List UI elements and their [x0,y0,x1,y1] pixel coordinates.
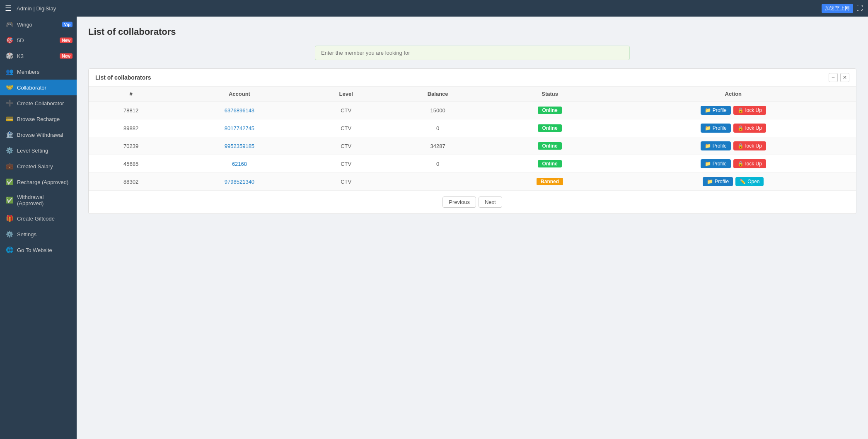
cell-action: 📁 Profile 🔒 lock Up [611,102,856,119]
status-badge: Online [538,124,561,132]
cell-action: 📁 Profile 🔒 lock Up [611,119,856,137]
table-card-title: List of collaborators [95,74,151,81]
sidebar-label-5d: 5D [17,37,24,44]
col-header-action: Action [611,87,856,102]
cell-id: 45685 [89,155,173,173]
sidebar-label-settings: Settings [17,231,36,238]
table-row: 70239 9952359185 CTV 34287 Online 📁 Prof… [89,137,856,155]
table-row: 78812 6376896143 CTV 15000 Online 📁 Prof… [89,102,856,119]
lock-icon: 🔒 [737,161,744,167]
previous-button[interactable]: Previous [442,196,476,208]
cell-id: 89882 [89,119,173,137]
profile-button[interactable]: 📁 Profile [701,159,731,168]
sidebar-item-created-salary[interactable]: 💼 Created Salary [0,158,77,174]
action-group: 📁 Profile 🔒 lock Up [617,106,850,115]
col-header-account: Account [173,87,305,102]
cell-id: 78812 [89,102,173,119]
sidebar-item-create-giftcode[interactable]: 🎁 Create Giftcode [0,211,77,226]
account-link[interactable]: 8017742745 [225,125,254,131]
sidebar-item-create-collaborator[interactable]: ➕ Create Collaborator [0,95,77,111]
cell-balance: 0 [387,119,489,137]
account-link[interactable]: 6376896143 [225,107,254,114]
badge-vip-wingo: Vip [62,22,73,27]
cell-id: 70239 [89,137,173,155]
profile-button[interactable]: 📁 Profile [703,177,733,186]
account-link[interactable]: 9952359185 [225,143,254,149]
sidebar-item-go-to-website[interactable]: 🌐 Go To Website [0,242,77,258]
sidebar-label-level-setting: Level Setting [17,148,48,154]
search-input[interactable] [315,46,630,60]
sidebar-item-browse-withdrawal[interactable]: 🏦 Browse Withdrawal [0,127,77,143]
cell-status: Online [489,155,611,173]
lockup-button[interactable]: 🔒 lock Up [733,106,766,115]
open-button[interactable]: ✏️ Open [735,177,764,186]
cell-status: Online [489,119,611,137]
sidebar-label-go-to-website: Go To Website [17,247,52,253]
profile-button[interactable]: 📁 Profile [701,106,731,115]
table-card-header: List of collaborators – ✕ [89,69,856,87]
sidebar-item-browse-recharge[interactable]: 💳 Browse Recharge [0,111,77,127]
status-badge: Banned [537,178,563,185]
cell-account: 6376896143 [173,102,305,119]
lockup-button[interactable]: 🔒 lock Up [733,141,766,150]
sidebar-label-browse-recharge: Browse Recharge [17,116,60,122]
sidebar: 🎮 Wingo Vip 🎯 5D New 🎲 K3 New 👥 Members … [0,17,77,439]
cell-id: 88302 [89,173,173,191]
cell-action: 📁 Profile 🔒 lock Up [611,137,856,155]
topbar-title: Admin | DigiSlay [17,5,56,12]
sidebar-item-level-setting[interactable]: ⚙️ Level Setting [0,143,77,158]
lockup-button[interactable]: 🔒 lock Up [733,124,766,133]
sidebar-item-5d[interactable]: 🎯 5D New [0,32,77,48]
sidebar-label-members: Members [17,69,39,75]
close-button[interactable]: ✕ [840,73,849,82]
table-card: List of collaborators – ✕ # Account Leve… [88,68,856,214]
topbar-right: 加速至上网 ⛶ [822,4,863,13]
action-group: 📁 Profile 🔒 lock Up [617,124,850,133]
minimize-button[interactable]: – [829,73,838,82]
browse-recharge-icon: 💳 [6,115,14,123]
create-collaborator-icon: ➕ [6,99,14,107]
ext-button[interactable]: 加速至上网 [822,4,853,13]
level-setting-icon: ⚙️ [6,147,14,154]
folder-icon: 📁 [705,143,711,149]
next-button[interactable]: Next [479,196,502,208]
cell-level: CTV [306,102,387,119]
hamburger-icon[interactable]: ☰ [5,4,12,13]
lockup-button[interactable]: 🔒 lock Up [733,159,766,168]
account-link[interactable]: 9798521340 [225,179,254,185]
cell-status: Online [489,137,611,155]
sidebar-item-wingo[interactable]: 🎮 Wingo Vip [0,17,77,32]
sidebar-item-k3[interactable]: 🎲 K3 New [0,48,77,64]
cell-level: CTV [306,137,387,155]
profile-button[interactable]: 📁 Profile [701,124,731,133]
status-badge: Online [538,107,561,114]
sidebar-label-k3: K3 [17,53,24,59]
table-body: 78812 6376896143 CTV 15000 Online 📁 Prof… [89,102,856,191]
account-link[interactable]: 62168 [232,161,247,167]
cell-status: Online [489,102,611,119]
sidebar-item-recharge-approved[interactable]: ✅ Recharge (Approved) [0,174,77,190]
sidebar-item-members[interactable]: 👥 Members [0,64,77,80]
table-row: 88302 9798521340 CTV Banned 📁 Profile ✏️… [89,173,856,191]
collaborators-table: # Account Level Balance Status Action 78… [89,87,856,191]
sidebar-item-collaborator[interactable]: 🤝 Collaborator [0,80,77,95]
cell-balance: 0 [387,155,489,173]
action-group: 📁 Profile 🔒 lock Up [617,141,850,150]
settings-icon: ⚙️ [6,230,14,238]
badge-new-5d: New [60,38,73,43]
sidebar-item-settings[interactable]: ⚙️ Settings [0,226,77,242]
action-group: 📁 Profile ✏️ Open [617,177,850,186]
col-header-status: Status [489,87,611,102]
status-badge: Online [538,160,561,167]
page-title: List of collaborators [88,27,856,37]
table-card-controls: – ✕ [829,73,849,82]
sidebar-item-withdrawal-approved[interactable]: ✅ Withdrawal (Approved) [0,190,77,211]
cell-balance [387,173,489,191]
expand-icon[interactable]: ⛶ [856,5,863,12]
profile-button[interactable]: 📁 Profile [701,141,731,150]
cell-account: 62168 [173,155,305,173]
search-bar-container [315,46,630,60]
sidebar-label-withdrawal-approved: Withdrawal (Approved) [17,194,71,206]
table-row: 89882 8017742745 CTV 0 Online 📁 Profile … [89,119,856,137]
create-giftcode-icon: 🎁 [6,215,14,222]
